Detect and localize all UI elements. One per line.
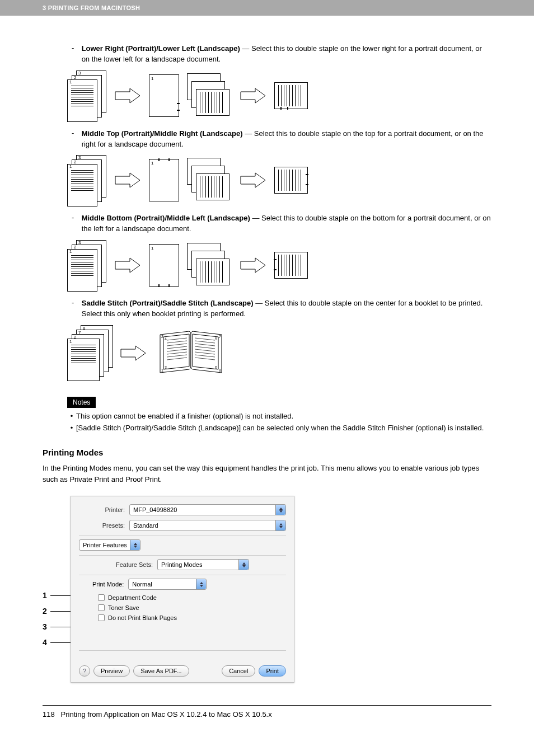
arrow-icon xyxy=(240,87,266,104)
note-text: This option cannot be enabled if a finis… xyxy=(76,411,293,422)
help-button[interactable]: ? xyxy=(79,665,90,677)
booklet-diagram: 24 75 31 68 xyxy=(154,328,227,378)
chapter-header: 3 PRINTING FROM MACINTOSH xyxy=(0,0,534,16)
svg-text:3: 3 xyxy=(165,365,167,369)
feature-sets-select[interactable]: Printing Modes xyxy=(157,559,249,570)
department-code-checkbox[interactable]: Department Code xyxy=(98,594,286,601)
printer-select[interactable]: MFP_04998820 xyxy=(129,504,286,515)
arrow-icon xyxy=(120,345,147,361)
option-title: Middle Bottom (Portrait)/Middle Left (La… xyxy=(82,214,250,222)
svg-text:5: 5 xyxy=(215,337,217,341)
presets-select[interactable]: Standard xyxy=(129,520,286,531)
option-saddle-stitch: - Saddle Stitch (Portrait)/Saddle Stitch… xyxy=(57,298,491,320)
preview-button[interactable]: Preview xyxy=(93,665,130,677)
page-number: 118 xyxy=(43,710,55,719)
print-mode-label: Print Mode: xyxy=(92,581,128,588)
section-description: In the Printing Modes menu, you can set … xyxy=(43,463,491,485)
option-title: Saddle Stitch (Portrait)/Saddle Stitch (… xyxy=(82,299,254,307)
arrow-icon xyxy=(114,257,141,274)
notes-list: •This option cannot be enabled if a fini… xyxy=(67,411,491,434)
arrow-icon xyxy=(240,172,266,189)
diagram-saddle-stitch: 8 7 2 1 24 75 31 xyxy=(67,325,491,381)
option-title: Middle Top (Portrait)/Middle Right (Land… xyxy=(82,129,243,138)
print-button[interactable]: Print xyxy=(259,665,286,677)
svg-text:1: 1 xyxy=(161,368,163,372)
section-title: Printing Modes xyxy=(43,448,491,457)
arrow-icon xyxy=(114,172,141,189)
presets-label: Presets: xyxy=(79,522,129,529)
print-mode-select[interactable]: Normal xyxy=(128,579,207,590)
arrow-icon xyxy=(114,87,141,104)
svg-text:8: 8 xyxy=(219,368,221,372)
svg-text:4: 4 xyxy=(165,337,167,341)
note-text: [Saddle Stitch (Portrait)/Saddle Stitch … xyxy=(76,423,484,434)
feature-sets-label: Feature Sets: xyxy=(116,561,157,568)
svg-text:7: 7 xyxy=(219,335,221,339)
footer-title: Printing from Application on Mac OS X 10… xyxy=(61,710,272,719)
notes-label: Notes xyxy=(67,397,96,408)
arrow-icon xyxy=(240,257,266,274)
option-middle-bottom: - Middle Bottom (Portrait)/Middle Left (… xyxy=(57,213,491,234)
diagram-lower-right: 3 2 1 1 xyxy=(67,71,491,121)
option-lower-right: - Lower Right (Portrait)/Lower Left (Lan… xyxy=(57,44,491,65)
printer-label: Printer: xyxy=(79,506,129,513)
save-as-pdf-button[interactable]: Save As PDF... xyxy=(133,665,189,677)
cancel-button[interactable]: Cancel xyxy=(222,665,255,677)
option-middle-top: - Middle Top (Portrait)/Middle Right (La… xyxy=(57,129,491,150)
breadcrumb: 3 PRINTING FROM MACINTOSH xyxy=(43,4,140,11)
print-dialog: Printer: MFP_04998820 Presets: Standard … xyxy=(71,496,294,683)
toner-save-checkbox[interactable]: Toner Save xyxy=(98,604,286,611)
callout-numbers: 1 2 3 4 xyxy=(43,525,71,653)
panel-select[interactable]: Printer Features xyxy=(79,539,140,551)
svg-text:2: 2 xyxy=(161,335,163,339)
svg-text:6: 6 xyxy=(215,365,217,369)
option-title: Lower Right (Portrait)/Lower Left (Lands… xyxy=(82,44,240,53)
diagram-middle-bottom: 3 2 1 1 xyxy=(67,240,491,290)
page-footer: 118 Printing from Application on Mac OS … xyxy=(0,706,534,735)
no-blank-pages-checkbox[interactable]: Do not Print Blank Pages xyxy=(98,614,286,621)
diagram-middle-top: 3 2 1 1 xyxy=(67,155,491,205)
